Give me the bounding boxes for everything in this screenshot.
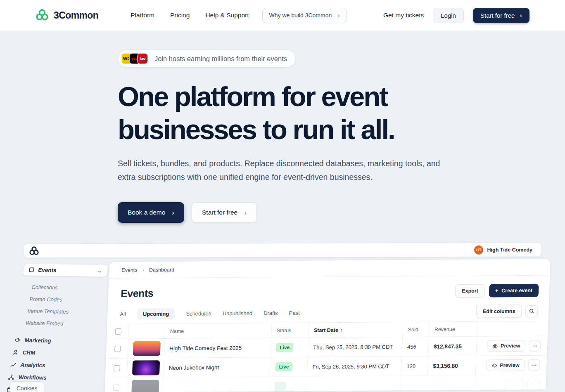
preview-label: Preview [501,343,520,349]
hero-cta-group: Book a demo › Start for free › [118,202,489,223]
event-start-date: Fri, Sep 26, 2025, 9:30 PM CDT [307,357,402,376]
account-name: High Tide Comedy [487,247,532,253]
row-checkbox[interactable] [114,365,120,371]
tab-all[interactable]: All [120,308,126,319]
col-actions [477,321,546,336]
nav-platform[interactable]: Platform [131,12,154,19]
dashboard-mockup: HT High Tide Comedy Events → Collections… [24,243,551,392]
event-thumbnail [133,341,161,356]
social-proof-badge[interactable]: WC TED kw Join hosts earning millions fr… [118,50,296,68]
row-actions: Preview ⋯ [476,336,546,356]
create-event-button[interactable]: + Create event [489,284,539,298]
col-revenue[interactable]: Revenue [429,322,477,337]
row-actions [475,375,545,392]
event-thumbnail [132,360,160,375]
mockup-topbar: HT High Tide Comedy [24,243,541,257]
sidebar-item-label: Events [38,267,57,273]
title-line-2: businesses to run it all. [118,114,394,145]
edit-columns-button[interactable]: Edit columns [476,305,522,318]
preview-button[interactable]: Preview [487,340,525,352]
arrow-right-icon: → [96,267,103,274]
get-my-tickets-link[interactable]: Get my tickets [383,12,424,19]
account-switcher[interactable]: HT High Tide Comedy [474,245,532,254]
row-checkbox [113,384,120,390]
table-row[interactable]: Neon Jukebox Night Live Fri, Sep 26, 202… [109,355,546,378]
panel-actions: Export + Create event [455,284,539,298]
export-button[interactable]: Export [455,284,485,298]
book-a-demo-button[interactable]: Book a demo › [118,202,184,223]
chevron-right-icon: › [520,12,522,19]
status-badge: Live [276,343,294,352]
event-name[interactable]: Neon Jukebox Night [163,357,271,377]
col-status[interactable]: Status [271,323,309,338]
tab-past[interactable]: Past [289,307,300,318]
page-title: One platform for event businesses to run… [118,80,489,146]
tab-upcoming[interactable]: Upcoming [137,308,175,319]
event-sold: 456 [401,337,429,356]
row-checkbox[interactable] [114,345,121,352]
sidebar-item-collections[interactable]: Collections [31,281,106,294]
sidebar-item-promo-codes[interactable]: Promo Codes [28,293,104,306]
create-event-label: Create event [501,288,533,294]
calendar-icon [28,267,35,272]
sidebar-sub-items: Collections Promo Codes Venue Templates … [13,281,105,330]
table-row-partial [108,375,545,392]
event-revenue: $12,847.35 [428,337,477,356]
sidebar-item-venue-templates[interactable]: Venue Templates [26,305,102,318]
sidebar-item-events[interactable]: Events → [22,263,109,277]
event-tabs: All Upcoming Scheduled Unpublished Draft… [119,305,538,324]
title-line-1: One platform for event [118,81,387,112]
start-for-free-secondary-button[interactable]: Start for free › [192,202,257,223]
megaphone-icon [14,337,21,343]
select-all-checkbox[interactable] [115,328,122,335]
more-actions-button[interactable]: ⋯ [529,340,541,352]
nav-help-support[interactable]: Help & Support [205,12,249,19]
sidebar-item-crm[interactable]: CRM [11,346,95,360]
mockup-sidebar: Events → Collections Promo Codes Venue T… [2,263,109,392]
event-name[interactable]: High Tide Comedy Fest 2025 [164,338,271,358]
event-start-date [306,376,401,392]
events-table: Name Status Start Date ↑ Sold Revenue Hi… [108,321,546,392]
more-actions-button[interactable]: ⋯ [528,359,540,371]
why-we-build-button[interactable]: Why we build 3Common › [262,8,347,23]
panel-title: Events [121,287,154,300]
sort-asc-icon: ↑ [340,327,343,333]
breadcrumb-dashboard[interactable]: Dashboard [149,267,175,272]
event-thumbnail [131,380,159,392]
sidebar-item-website-embed[interactable]: Website Embed [24,317,100,330]
col-sold[interactable]: Sold [402,322,429,337]
brand-name: 3Common [54,10,98,21]
sidebar-item-marketing[interactable]: Marketing [13,334,97,347]
cookies-button[interactable]: Cookies [10,381,44,392]
preview-label: Preview [500,362,520,368]
why-we-build-label: Why we build 3Common [269,12,332,19]
tab-scheduled[interactable]: Scheduled [186,308,211,319]
search-button[interactable] [525,305,538,317]
preview-button[interactable]: Preview [486,359,525,371]
search-icon [529,308,535,314]
tab-unpublished[interactable]: Unpublished [222,307,252,319]
host-logo-kw: kw [137,53,148,64]
panel-header: Events Export + Create event [108,276,550,307]
nav-pricing[interactable]: Pricing [170,12,190,19]
table-row[interactable]: High Tide Comedy Fest 2025 Live Thu, Sep… [109,336,546,358]
badge-text: Join hosts earning millions from their e… [154,55,287,63]
event-name [162,377,270,392]
col-name[interactable]: Name [164,323,271,338]
person-icon [12,349,19,355]
more-actions-button [527,379,539,390]
sidebar-item-analytics[interactable]: Analytics [9,358,93,372]
breadcrumb-events[interactable]: Events [121,267,138,273]
book-a-demo-label: Book a demo [128,209,165,216]
status-badge [274,382,286,391]
brand-logo[interactable]: 3Common [35,8,98,22]
col-thumbnail [128,324,165,339]
col-start-date-label: Start Date [314,327,339,333]
tab-drafts[interactable]: Drafts [264,307,278,319]
login-button[interactable]: Login [433,8,464,23]
col-start-date[interactable]: Start Date ↑ [308,322,403,338]
avatar: HT [474,245,483,254]
status-badge: Live [275,362,293,371]
start-for-free-button[interactable]: Start for free › [473,8,529,23]
hero-section: WC TED kw Join hosts earning millions fr… [118,50,489,223]
